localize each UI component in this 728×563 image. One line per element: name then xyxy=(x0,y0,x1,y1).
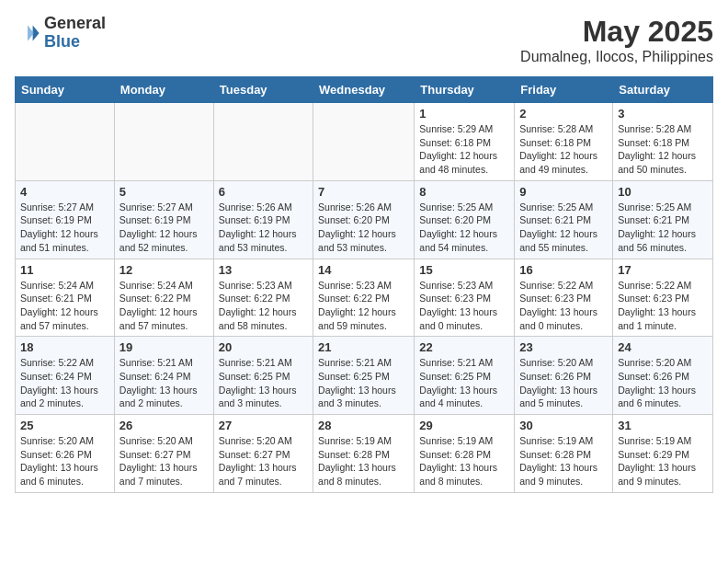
logo: General Blue xyxy=(15,15,106,52)
day-number: 25 xyxy=(20,419,109,432)
calendar-cell: 1Sunrise: 5:29 AM Sunset: 6:18 PM Daylig… xyxy=(415,103,515,181)
day-info: Sunrise: 5:22 AM Sunset: 6:24 PM Dayligh… xyxy=(20,356,109,410)
day-number: 10 xyxy=(618,185,708,199)
calendar-cell xyxy=(16,103,115,181)
calendar-header-saturday: Saturday xyxy=(613,77,713,103)
day-info: Sunrise: 5:21 AM Sunset: 6:25 PM Dayligh… xyxy=(219,356,308,410)
calendar-cell: 14Sunrise: 5:23 AM Sunset: 6:22 PM Dayli… xyxy=(313,259,415,337)
logo-blue-text: Blue xyxy=(44,33,106,52)
calendar-cell: 7Sunrise: 5:26 AM Sunset: 6:20 PM Daylig… xyxy=(313,180,415,259)
day-number: 24 xyxy=(618,340,708,354)
day-info: Sunrise: 5:21 AM Sunset: 6:24 PM Dayligh… xyxy=(119,356,209,410)
day-info: Sunrise: 5:23 AM Sunset: 6:23 PM Dayligh… xyxy=(419,279,509,333)
day-number: 17 xyxy=(618,263,708,277)
calendar-cell: 10Sunrise: 5:25 AM Sunset: 6:21 PM Dayli… xyxy=(613,180,713,259)
calendar-cell xyxy=(114,103,213,181)
calendar-cell: 2Sunrise: 5:28 AM Sunset: 6:18 PM Daylig… xyxy=(515,103,613,181)
calendar-cell: 11Sunrise: 5:24 AM Sunset: 6:21 PM Dayli… xyxy=(16,259,115,337)
day-number: 21 xyxy=(318,340,409,354)
day-info: Sunrise: 5:23 AM Sunset: 6:22 PM Dayligh… xyxy=(318,279,409,333)
day-number: 19 xyxy=(119,340,209,354)
day-number: 29 xyxy=(419,419,509,432)
calendar-cell: 19Sunrise: 5:21 AM Sunset: 6:24 PM Dayli… xyxy=(114,337,213,415)
day-number: 12 xyxy=(119,263,209,277)
day-number: 31 xyxy=(618,419,708,432)
calendar-week-row: 4Sunrise: 5:27 AM Sunset: 6:19 PM Daylig… xyxy=(16,180,713,259)
day-number: 9 xyxy=(519,185,608,199)
day-number: 28 xyxy=(318,419,409,432)
calendar-header-sunday: Sunday xyxy=(16,77,115,103)
calendar-cell: 4Sunrise: 5:27 AM Sunset: 6:19 PM Daylig… xyxy=(16,180,115,259)
calendar-header-thursday: Thursday xyxy=(415,77,515,103)
day-info: Sunrise: 5:26 AM Sunset: 6:20 PM Dayligh… xyxy=(318,201,409,255)
calendar-cell: 15Sunrise: 5:23 AM Sunset: 6:23 PM Dayli… xyxy=(415,259,515,337)
calendar-cell: 12Sunrise: 5:24 AM Sunset: 6:22 PM Dayli… xyxy=(114,259,213,337)
calendar-cell: 3Sunrise: 5:28 AM Sunset: 6:18 PM Daylig… xyxy=(613,103,713,181)
calendar-cell: 24Sunrise: 5:20 AM Sunset: 6:26 PM Dayli… xyxy=(613,337,713,415)
calendar-cell: 30Sunrise: 5:19 AM Sunset: 6:28 PM Dayli… xyxy=(515,415,613,493)
calendar-cell: 31Sunrise: 5:19 AM Sunset: 6:29 PM Dayli… xyxy=(613,415,713,493)
day-number: 27 xyxy=(219,419,308,432)
calendar-cell: 29Sunrise: 5:19 AM Sunset: 6:28 PM Dayli… xyxy=(415,415,515,493)
day-number: 26 xyxy=(119,419,209,432)
logo-icon xyxy=(15,20,40,46)
day-info: Sunrise: 5:20 AM Sunset: 6:27 PM Dayligh… xyxy=(119,434,209,488)
day-info: Sunrise: 5:29 AM Sunset: 6:18 PM Dayligh… xyxy=(419,122,509,177)
day-info: Sunrise: 5:25 AM Sunset: 6:21 PM Dayligh… xyxy=(618,201,708,255)
calendar-cell xyxy=(213,103,313,181)
calendar-cell xyxy=(313,103,415,181)
day-info: Sunrise: 5:19 AM Sunset: 6:28 PM Dayligh… xyxy=(519,434,608,488)
day-info: Sunrise: 5:20 AM Sunset: 6:26 PM Dayligh… xyxy=(20,434,109,488)
day-number: 11 xyxy=(20,263,109,277)
day-number: 13 xyxy=(219,263,308,277)
day-info: Sunrise: 5:24 AM Sunset: 6:22 PM Dayligh… xyxy=(119,279,209,333)
calendar-header-monday: Monday xyxy=(114,77,213,103)
calendar-header-tuesday: Tuesday xyxy=(213,77,313,103)
day-info: Sunrise: 5:25 AM Sunset: 6:21 PM Dayligh… xyxy=(519,201,608,255)
calendar-cell: 8Sunrise: 5:25 AM Sunset: 6:20 PM Daylig… xyxy=(415,180,515,259)
day-info: Sunrise: 5:26 AM Sunset: 6:19 PM Dayligh… xyxy=(219,201,308,255)
calendar-week-row: 25Sunrise: 5:20 AM Sunset: 6:26 PM Dayli… xyxy=(16,415,713,493)
day-number: 16 xyxy=(519,263,608,277)
day-number: 20 xyxy=(219,340,308,354)
day-number: 3 xyxy=(618,107,708,121)
title-block: May 2025 Dumalneg, Ilocos, Philippines xyxy=(520,15,713,65)
day-info: Sunrise: 5:28 AM Sunset: 6:18 PM Dayligh… xyxy=(519,122,608,177)
day-number: 8 xyxy=(419,185,509,199)
calendar-cell: 22Sunrise: 5:21 AM Sunset: 6:25 PM Dayli… xyxy=(415,337,515,415)
day-info: Sunrise: 5:20 AM Sunset: 6:26 PM Dayligh… xyxy=(519,356,608,410)
day-info: Sunrise: 5:25 AM Sunset: 6:20 PM Dayligh… xyxy=(419,201,509,255)
calendar-cell: 21Sunrise: 5:21 AM Sunset: 6:25 PM Dayli… xyxy=(313,337,415,415)
day-info: Sunrise: 5:19 AM Sunset: 6:29 PM Dayligh… xyxy=(618,434,708,488)
day-info: Sunrise: 5:21 AM Sunset: 6:25 PM Dayligh… xyxy=(318,356,409,410)
calendar-header-wednesday: Wednesday xyxy=(313,77,415,103)
page-header: General Blue May 2025 Dumalneg, Ilocos, … xyxy=(15,15,713,65)
calendar-header-row: SundayMondayTuesdayWednesdayThursdayFrid… xyxy=(16,77,713,103)
logo-general-text: General xyxy=(44,15,106,33)
calendar-cell: 20Sunrise: 5:21 AM Sunset: 6:25 PM Dayli… xyxy=(213,337,313,415)
calendar-cell: 26Sunrise: 5:20 AM Sunset: 6:27 PM Dayli… xyxy=(114,415,213,493)
day-number: 1 xyxy=(419,107,509,121)
day-number: 30 xyxy=(519,419,608,432)
calendar-week-row: 18Sunrise: 5:22 AM Sunset: 6:24 PM Dayli… xyxy=(16,337,713,415)
calendar-cell: 6Sunrise: 5:26 AM Sunset: 6:19 PM Daylig… xyxy=(213,180,313,259)
day-info: Sunrise: 5:24 AM Sunset: 6:21 PM Dayligh… xyxy=(20,279,109,333)
calendar-week-row: 1Sunrise: 5:29 AM Sunset: 6:18 PM Daylig… xyxy=(16,103,713,181)
day-number: 15 xyxy=(419,263,509,277)
day-number: 4 xyxy=(20,185,109,199)
day-info: Sunrise: 5:19 AM Sunset: 6:28 PM Dayligh… xyxy=(419,434,509,488)
day-number: 2 xyxy=(519,107,608,121)
day-info: Sunrise: 5:20 AM Sunset: 6:26 PM Dayligh… xyxy=(618,356,708,410)
day-info: Sunrise: 5:27 AM Sunset: 6:19 PM Dayligh… xyxy=(20,201,109,255)
day-number: 18 xyxy=(20,340,109,354)
calendar-cell: 13Sunrise: 5:23 AM Sunset: 6:22 PM Dayli… xyxy=(213,259,313,337)
day-number: 7 xyxy=(318,185,409,199)
day-info: Sunrise: 5:19 AM Sunset: 6:28 PM Dayligh… xyxy=(318,434,409,488)
calendar-cell: 5Sunrise: 5:27 AM Sunset: 6:19 PM Daylig… xyxy=(114,180,213,259)
day-info: Sunrise: 5:27 AM Sunset: 6:19 PM Dayligh… xyxy=(119,201,209,255)
day-number: 6 xyxy=(219,185,308,199)
calendar-cell: 28Sunrise: 5:19 AM Sunset: 6:28 PM Dayli… xyxy=(313,415,415,493)
month-title: May 2025 xyxy=(520,15,713,49)
day-info: Sunrise: 5:23 AM Sunset: 6:22 PM Dayligh… xyxy=(219,279,308,333)
day-number: 14 xyxy=(318,263,409,277)
